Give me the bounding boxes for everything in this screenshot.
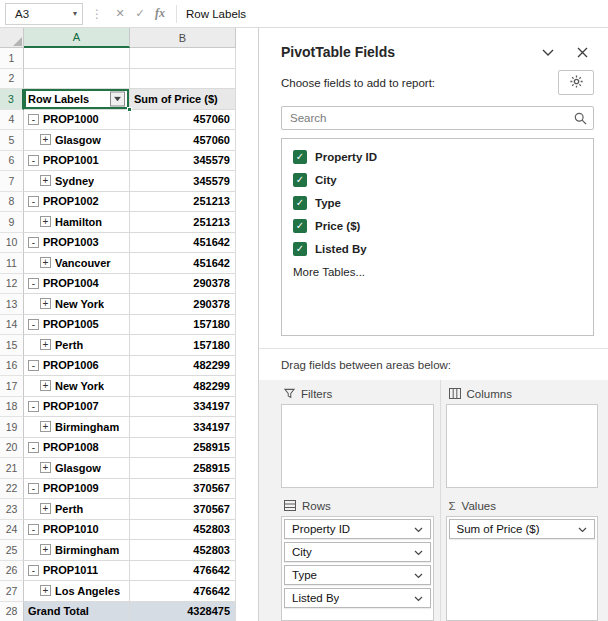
row-header-12[interactable]: 12 bbox=[0, 274, 24, 295]
field-chip-type[interactable]: Type bbox=[284, 565, 431, 585]
cell-A1[interactable] bbox=[24, 48, 130, 69]
cell-A28[interactable]: Grand Total bbox=[24, 602, 130, 621]
tools-button[interactable] bbox=[558, 70, 594, 95]
collapse-button[interactable]: - bbox=[28, 319, 39, 330]
field-chip-sum-of-price[interactable]: Sum of Price ($) bbox=[449, 519, 596, 539]
fill-handle[interactable] bbox=[127, 107, 132, 112]
field-item-property-id[interactable]: ✓Property ID bbox=[282, 145, 593, 168]
cell-A16[interactable]: -PROP1006 bbox=[24, 356, 130, 377]
collapse-button[interactable]: - bbox=[28, 360, 39, 371]
row-header-24[interactable]: 24 bbox=[0, 520, 24, 541]
cell-A4[interactable]: -PROP1000 bbox=[24, 110, 130, 131]
expand-button[interactable]: + bbox=[40, 175, 51, 186]
field-item-city[interactable]: ✓City bbox=[282, 168, 593, 191]
select-all-corner[interactable] bbox=[0, 28, 24, 48]
filters-drop-zone[interactable] bbox=[281, 404, 434, 488]
cell-B3[interactable]: Sum of Price ($) bbox=[130, 89, 236, 110]
cell-B27[interactable]: 476642 bbox=[130, 581, 236, 602]
cell-B11[interactable]: 451642 bbox=[130, 253, 236, 274]
cell-B24[interactable]: 452803 bbox=[130, 520, 236, 541]
cell-B12[interactable]: 290378 bbox=[130, 274, 236, 295]
cell-A2[interactable] bbox=[24, 69, 130, 90]
row-header-10[interactable]: 10 bbox=[0, 233, 24, 254]
checkbox-checked-icon[interactable]: ✓ bbox=[293, 219, 307, 233]
collapse-button[interactable]: - bbox=[28, 155, 39, 166]
cell-B19[interactable]: 334197 bbox=[130, 417, 236, 438]
values-drop-zone[interactable]: Sum of Price ($) bbox=[446, 516, 599, 621]
cell-A7[interactable]: +Sydney bbox=[24, 171, 130, 192]
expand-button[interactable]: + bbox=[40, 462, 51, 473]
checkbox-checked-icon[interactable]: ✓ bbox=[293, 242, 307, 256]
chevron-down-icon[interactable] bbox=[414, 592, 423, 604]
cell-B6[interactable]: 345579 bbox=[130, 151, 236, 172]
row-header-26[interactable]: 26 bbox=[0, 561, 24, 582]
close-icon[interactable] bbox=[572, 42, 592, 62]
cell-A17[interactable]: +New York bbox=[24, 376, 130, 397]
cell-A19[interactable]: +Birmingham bbox=[24, 417, 130, 438]
row-header-21[interactable]: 21 bbox=[0, 458, 24, 479]
rows-drop-zone[interactable]: Property IDCityTypeListed By bbox=[281, 516, 434, 621]
row-header-5[interactable]: 5 bbox=[0, 130, 24, 151]
row-header-9[interactable]: 9 bbox=[0, 212, 24, 233]
filter-dropdown-button[interactable] bbox=[110, 91, 125, 106]
row-header-14[interactable]: 14 bbox=[0, 315, 24, 336]
row-header-28[interactable]: 28 bbox=[0, 602, 24, 621]
cell-B1[interactable] bbox=[130, 48, 236, 69]
row-header-11[interactable]: 11 bbox=[0, 253, 24, 274]
checkbox-checked-icon[interactable]: ✓ bbox=[293, 150, 307, 164]
more-tables-link[interactable]: More Tables... bbox=[282, 260, 593, 278]
column-header-B[interactable]: B bbox=[130, 28, 236, 48]
row-header-23[interactable]: 23 bbox=[0, 499, 24, 520]
collapse-button[interactable]: - bbox=[28, 278, 39, 289]
collapse-button[interactable]: - bbox=[28, 401, 39, 412]
expand-button[interactable]: + bbox=[40, 298, 51, 309]
row-header-13[interactable]: 13 bbox=[0, 294, 24, 315]
field-item-price[interactable]: ✓Price ($) bbox=[282, 214, 593, 237]
row-header-19[interactable]: 19 bbox=[0, 417, 24, 438]
chevron-down-icon[interactable] bbox=[414, 569, 423, 581]
chevron-down-icon[interactable] bbox=[578, 523, 587, 535]
expand-button[interactable]: + bbox=[40, 544, 51, 555]
expand-button[interactable]: + bbox=[40, 380, 51, 391]
cell-B9[interactable]: 251213 bbox=[130, 212, 236, 233]
search-icon[interactable] bbox=[567, 112, 593, 125]
chevron-down-icon[interactable] bbox=[538, 42, 558, 62]
cell-B28[interactable]: 4328475 bbox=[130, 602, 236, 621]
cell-A14[interactable]: -PROP1005 bbox=[24, 315, 130, 336]
cell-A27[interactable]: +Los Angeles bbox=[24, 581, 130, 602]
row-header-27[interactable]: 27 bbox=[0, 581, 24, 602]
cell-A5[interactable]: +Glasgow bbox=[24, 130, 130, 151]
cell-B8[interactable]: 251213 bbox=[130, 192, 236, 213]
cell-B10[interactable]: 451642 bbox=[130, 233, 236, 254]
cell-B22[interactable]: 370567 bbox=[130, 479, 236, 500]
row-header-18[interactable]: 18 bbox=[0, 397, 24, 418]
chevron-down-icon[interactable]: ▾ bbox=[73, 9, 77, 18]
cell-B14[interactable]: 157180 bbox=[130, 315, 236, 336]
field-item-type[interactable]: ✓Type bbox=[282, 191, 593, 214]
row-header-16[interactable]: 16 bbox=[0, 356, 24, 377]
cell-A26[interactable]: -PROP1011 bbox=[24, 561, 130, 582]
row-header-1[interactable]: 1 bbox=[0, 48, 24, 69]
cell-B20[interactable]: 258915 bbox=[130, 438, 236, 459]
cell-B4[interactable]: 457060 bbox=[130, 110, 236, 131]
expand-button[interactable]: + bbox=[40, 134, 51, 145]
cell-B2[interactable] bbox=[130, 69, 236, 90]
cell-A22[interactable]: -PROP1009 bbox=[24, 479, 130, 500]
cell-A11[interactable]: +Vancouver bbox=[24, 253, 130, 274]
columns-drop-zone[interactable] bbox=[446, 404, 599, 488]
cell-A23[interactable]: +Perth bbox=[24, 499, 130, 520]
row-header-25[interactable]: 25 bbox=[0, 540, 24, 561]
row-header-17[interactable]: 17 bbox=[0, 376, 24, 397]
collapse-button[interactable]: - bbox=[28, 524, 39, 535]
cell-A8[interactable]: -PROP1002 bbox=[24, 192, 130, 213]
cell-B5[interactable]: 457060 bbox=[130, 130, 236, 151]
search-input[interactable] bbox=[282, 112, 567, 124]
collapse-button[interactable]: - bbox=[28, 237, 39, 248]
name-box[interactable]: A3 ▾ bbox=[5, 3, 83, 25]
chevron-down-icon[interactable] bbox=[414, 546, 423, 558]
field-chip-city[interactable]: City bbox=[284, 542, 431, 562]
row-header-7[interactable]: 7 bbox=[0, 171, 24, 192]
cancel-icon[interactable]: ✕ bbox=[110, 7, 130, 20]
row-header-15[interactable]: 15 bbox=[0, 335, 24, 356]
cell-A20[interactable]: -PROP1008 bbox=[24, 438, 130, 459]
